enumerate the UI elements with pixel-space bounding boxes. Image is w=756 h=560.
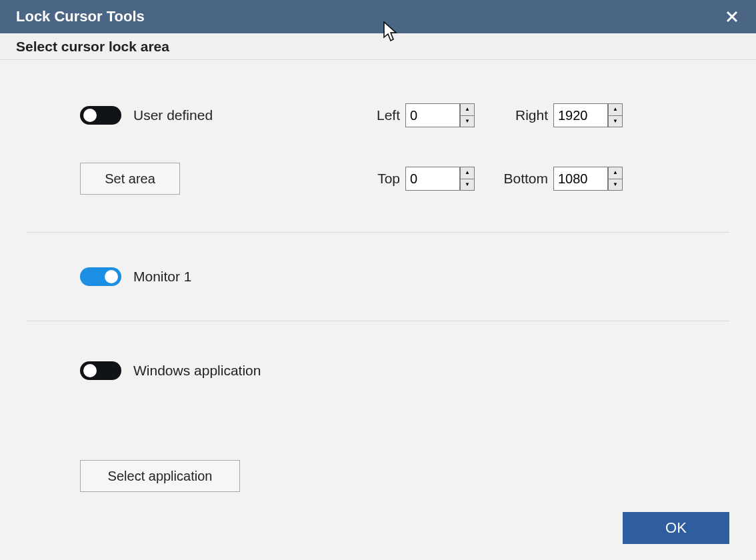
top-spin-down[interactable]: ▼ (460, 179, 475, 191)
top-spin-up[interactable]: ▲ (460, 167, 475, 179)
windows-app-label: Windows application (133, 363, 261, 379)
right-label: Right (501, 107, 548, 123)
left-input[interactable] (405, 103, 460, 127)
bottom-input[interactable] (553, 167, 608, 191)
bottom-spin-up[interactable]: ▲ (608, 167, 623, 179)
ok-label: OK (665, 519, 687, 537)
top-label: Top (369, 171, 400, 187)
section-windows-app: Windows application Select application (0, 321, 756, 492)
ok-button[interactable]: OK (623, 512, 729, 544)
bottom-label: Bottom (501, 171, 548, 187)
right-field-group: Right ▲ ▼ (501, 103, 623, 127)
window-title: Lock Cursor Tools (16, 8, 145, 25)
set-area-button[interactable]: Set area (80, 163, 180, 195)
top-field-group: Top ▲ ▼ (369, 167, 475, 191)
bottom-spin-down[interactable]: ▼ (608, 179, 623, 191)
content-area: User defined Left ▲ ▼ Right (0, 60, 756, 560)
section-user-defined: User defined Left ▲ ▼ Right (0, 100, 756, 195)
titlebar: Lock Cursor Tools (0, 0, 756, 33)
set-area-label: Set area (105, 171, 155, 187)
left-spin-up[interactable]: ▲ (460, 103, 475, 115)
left-label: Left (369, 107, 400, 123)
bottom-field-group: Bottom ▲ ▼ (501, 167, 623, 191)
left-spin-down[interactable]: ▼ (460, 115, 475, 128)
right-input[interactable] (553, 103, 608, 127)
top-input[interactable] (405, 167, 460, 191)
windows-app-toggle[interactable] (80, 361, 121, 380)
close-button[interactable] (719, 3, 745, 30)
monitor-label: Monitor 1 (133, 269, 192, 285)
select-application-label: Select application (108, 469, 213, 484)
select-application-button[interactable]: Select application (80, 460, 240, 492)
left-field-group: Left ▲ ▼ (369, 103, 475, 127)
close-icon (725, 10, 739, 23)
right-spin-down[interactable]: ▼ (608, 115, 623, 128)
right-spin-up[interactable]: ▲ (608, 103, 623, 115)
monitor-toggle[interactable] (80, 267, 121, 286)
user-defined-label: User defined (133, 107, 213, 123)
subheader: Select cursor lock area (0, 33, 756, 60)
section-monitor: Monitor 1 (0, 233, 756, 321)
user-defined-toggle[interactable] (80, 106, 121, 125)
subheader-label: Select cursor lock area (16, 39, 169, 55)
